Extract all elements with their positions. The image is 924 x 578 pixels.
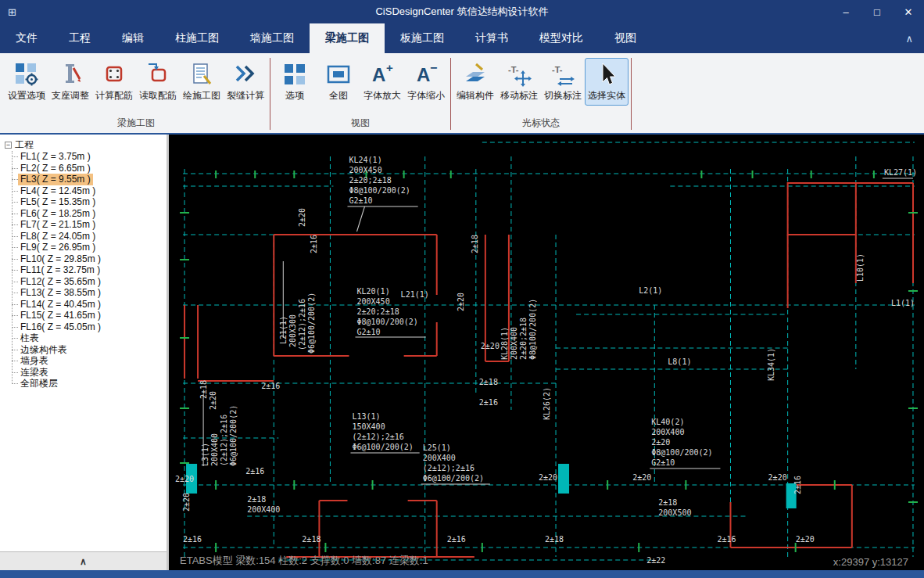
- cad-label: 200X450: [349, 166, 381, 174]
- tree-item-18[interactable]: 墙身表: [18, 355, 51, 367]
- settings-options-button[interactable]: 设置选项: [5, 58, 48, 106]
- maximize-button[interactable]: □: [861, 0, 893, 23]
- ribbon-tabs-list: 文件工程编辑柱施工图墙施工图梁施工图板施工图计算书模型对比视图: [0, 23, 652, 53]
- cad-label: 2±18: [471, 235, 479, 253]
- tree-item-20[interactable]: 全部楼层: [18, 378, 60, 390]
- tab-slab-drawing[interactable]: 板施工图: [385, 23, 460, 53]
- move-annotation-icon: -T-: [507, 62, 532, 87]
- cad-label: 150X400: [352, 422, 385, 431]
- tree-item-10[interactable]: FL11( Z = 32.75m ): [18, 264, 102, 276]
- cad-label: 200X400: [510, 327, 518, 360]
- tree-item-4[interactable]: FL5( Z = 15.35m ): [18, 196, 98, 208]
- tab-project[interactable]: 工程: [53, 23, 106, 53]
- button-label: 字体缩小: [407, 89, 445, 102]
- tree-item-11[interactable]: FL12( Z = 35.65m ): [18, 276, 103, 288]
- tree-item-15[interactable]: FL16( Z = 45.05m ): [18, 321, 103, 333]
- tree-expander-icon[interactable]: −: [5, 142, 12, 149]
- toggle-annotation-button[interactable]: -T- 切换标注: [541, 58, 585, 106]
- tab-beam-drawing[interactable]: 梁施工图: [310, 23, 385, 53]
- font-enlarge-button[interactable]: A + 字体放大: [360, 58, 404, 106]
- tree-item-0[interactable]: FL1( Z = 3.75m ): [18, 151, 93, 163]
- cad-label: 2±18: [658, 498, 677, 507]
- cad-label: 2±20: [481, 342, 500, 350]
- main-content: − 工程 FL1( Z = 3.75m )FL2( Z = 6.65m )FL3…: [0, 135, 924, 570]
- tab-column-drawing[interactable]: 柱施工图: [159, 23, 235, 53]
- tab-model-compare[interactable]: 模型对比: [524, 23, 599, 53]
- tree-item-14[interactable]: FL15( Z = 41.65m ): [18, 310, 103, 321]
- crack-calc-button[interactable]: 裂缝计算: [224, 58, 267, 106]
- minimize-button[interactable]: –: [830, 0, 861, 23]
- svg-text:-T-: -T-: [508, 65, 519, 74]
- tree-root-label: 工程: [15, 138, 34, 152]
- cad-label: KL28(1): [500, 327, 509, 360]
- read-rebar-button[interactable]: 读取配筋: [136, 58, 180, 106]
- cad-label: 200X400: [423, 454, 456, 462]
- tree-item-16[interactable]: 柱表: [18, 332, 41, 344]
- cad-label: L13(1): [352, 412, 380, 421]
- svg-text:+: +: [386, 62, 393, 74]
- tree-item-17[interactable]: 边缘构件表: [18, 344, 70, 356]
- cad-label: Φ8@100/200(2): [528, 299, 537, 360]
- tree-item-12[interactable]: FL13( Z = 38.55m ): [18, 287, 103, 299]
- cad-label: 2±16: [183, 535, 202, 544]
- tree-item-19[interactable]: 连梁表: [18, 367, 51, 379]
- cad-label: (2±12);2±16: [220, 415, 228, 466]
- cad-label: KL20(1): [356, 287, 389, 296]
- tree-item-2[interactable]: FL3( Z = 9.55m ): [18, 174, 93, 185]
- font-shrink-button[interactable]: A − 字体缩小: [404, 58, 448, 106]
- tab-calc-book[interactable]: 计算书: [460, 23, 524, 53]
- app-icon[interactable]: ⊞: [8, 6, 16, 18]
- ribbon-separator: [631, 58, 632, 130]
- ribbon-separator: [450, 58, 451, 130]
- button-label: 移动标注: [500, 89, 538, 102]
- tree-item-13[interactable]: FL14( Z = 40.45m ): [18, 299, 103, 311]
- cad-label: L21(1): [401, 290, 429, 299]
- cad-label: 2±20: [539, 473, 557, 482]
- cad-label: 2±18: [247, 495, 266, 504]
- select-entity-button[interactable]: 选择实体: [585, 58, 629, 106]
- svg-text:−: −: [430, 62, 437, 74]
- ribbon: 设置选项 支座调整: [0, 53, 924, 135]
- cad-label: G2±10: [349, 196, 372, 205]
- tree-item-3[interactable]: FL4( Z = 12.45m ): [18, 185, 98, 197]
- cad-label: L25(1): [423, 443, 451, 452]
- draw-construction-icon: [189, 62, 214, 87]
- svg-text:A: A: [372, 64, 385, 85]
- ribbon-collapse-icon[interactable]: ∧: [905, 33, 913, 45]
- tab-file[interactable]: 文件: [0, 23, 53, 53]
- close-button[interactable]: ✕: [893, 0, 924, 23]
- project-tree: − 工程 FL1( Z = 3.75m )FL2( Z = 6.65m )FL3…: [0, 135, 167, 551]
- tree-item-7[interactable]: FL8( Z = 24.05m ): [18, 231, 98, 242]
- tree-item-6[interactable]: FL7( Z = 21.15m ): [18, 219, 98, 231]
- move-annotation-button[interactable]: -T- 移动标注: [497, 58, 541, 106]
- cad-label: 2±20: [768, 473, 787, 482]
- support-adjust-button[interactable]: 支座调整: [48, 58, 92, 106]
- full-view-button[interactable]: 全图: [317, 58, 360, 106]
- support-ticks: [180, 171, 918, 552]
- tree-item-5[interactable]: FL6( Z = 18.25m ): [18, 208, 98, 220]
- drawing-canvas[interactable]: KL24(1)200X4502±20;2±18Φ8@100/200(2)G2±1…: [169, 135, 924, 570]
- cad-label: 2±18: [545, 535, 564, 544]
- cad-label: 2±20: [651, 438, 670, 447]
- tree-item-1[interactable]: FL2( Z = 6.65m ): [18, 163, 93, 174]
- button-label: 选项: [285, 89, 304, 102]
- cad-label: L3(1): [201, 443, 210, 466]
- cad-label: L2(1): [639, 286, 662, 295]
- view-options-button[interactable]: 选项: [273, 58, 317, 106]
- tree-item-8[interactable]: FL9( Z = 26.95m ): [18, 242, 98, 253]
- panel-collapse-button[interactable]: ∧: [0, 551, 167, 570]
- tab-wall-drawing[interactable]: 墙施工图: [235, 23, 310, 53]
- draw-construction-button[interactable]: 绘施工图: [180, 58, 224, 106]
- tree-item-9[interactable]: FL10( Z = 29.85m ): [18, 253, 103, 265]
- cad-label: G2±10: [356, 328, 380, 336]
- svg-text:A: A: [417, 64, 430, 85]
- tab-view[interactable]: 视图: [599, 23, 652, 53]
- view-options-icon: [282, 62, 307, 87]
- calc-rebar-button[interactable]: 计算配筋: [92, 58, 136, 106]
- ribbon-separator: [270, 58, 270, 130]
- tab-edit[interactable]: 编辑: [106, 23, 159, 53]
- cad-label: 2±18: [199, 380, 208, 399]
- ribbon-group-label: 梁施工图: [5, 115, 267, 133]
- tree-root[interactable]: − 工程: [5, 139, 165, 151]
- edit-member-button[interactable]: 编辑构件: [453, 58, 497, 106]
